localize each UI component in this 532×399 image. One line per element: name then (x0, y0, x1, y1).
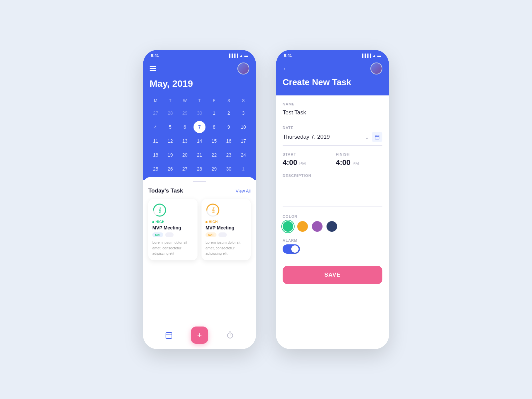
progress-circle: 62% (205, 203, 220, 217)
calendar-day[interactable]: 30 (221, 163, 236, 175)
calendar-day[interactable]: 14 (192, 135, 207, 147)
task-card[interactable]: 62% HIGH MVP Meeting SAT — Lorem ipsum d… (201, 199, 251, 260)
calendar-picker-icon[interactable] (372, 132, 382, 142)
color-label: COLOR (283, 214, 382, 218)
nav-calendar-icon[interactable] (163, 329, 175, 341)
start-time-inner: 4:00 PM (283, 158, 329, 167)
name-label: NAME (283, 102, 382, 106)
calendar-day[interactable]: 4 (148, 121, 163, 133)
phone-bottom: Today's Task View All 82% HIGH MVP Meeti… (143, 177, 256, 349)
color-option-2[interactable] (312, 221, 323, 232)
svg-text:82%: 82% (159, 207, 162, 213)
svg-rect-13 (375, 135, 379, 139)
avatar-2[interactable] (370, 63, 382, 74)
calendar-day[interactable]: 27 (178, 163, 192, 175)
avatar-1[interactable] (237, 63, 249, 74)
menu-button[interactable] (150, 66, 156, 71)
priority-dot (152, 221, 154, 223)
avatar-image-1 (238, 63, 249, 74)
calendar-day[interactable]: 26 (163, 163, 178, 175)
calendar-day[interactable]: 8 (207, 121, 221, 133)
calendar-day[interactable]: 29 (207, 163, 221, 175)
task-tags: SAT — (152, 232, 194, 237)
color-option-0[interactable] (283, 221, 293, 232)
finish-time-value[interactable]: 4:00 (336, 158, 350, 167)
start-time-group: START 4:00 PM (283, 152, 329, 167)
toggle-thumb (291, 245, 299, 253)
wifi-icon-2: ▲ (372, 54, 376, 58)
status-bar-2: 9:41 ▐▐▐▐ ▲ ▬ (276, 50, 389, 60)
calendar-day[interactable]: 23 (221, 149, 236, 161)
header-row (150, 63, 249, 74)
view-all-button[interactable]: View All (236, 189, 251, 194)
calendar-day[interactable]: 2 (221, 107, 236, 119)
calendar-day[interactable]: 13 (178, 135, 192, 147)
tag-dash: — (165, 232, 174, 237)
finish-period: PM (352, 161, 359, 166)
tag-dash: — (218, 232, 227, 237)
time-row: START 4:00 PM FINISH 4:00 PM (283, 152, 382, 167)
finish-time-inner: 4:00 PM (336, 158, 382, 167)
chevron-down-icon[interactable]: ⌄ (365, 134, 369, 140)
calendar-day[interactable]: 7 (194, 121, 205, 133)
signal-icon: ▐▐▐▐ (228, 54, 238, 58)
nav-timer-icon[interactable] (224, 329, 236, 341)
hamburger-line2 (150, 68, 156, 69)
task-description: Lorem ipsum dolor sit amet, consectetur … (152, 240, 194, 256)
start-time-value[interactable]: 4:00 (283, 158, 297, 167)
calendar-day[interactable]: 28 (192, 163, 207, 175)
color-option-3[interactable] (327, 221, 337, 232)
calendar-day[interactable]: 20 (178, 149, 192, 161)
month-title: May, 2019 (150, 78, 249, 89)
color-picker (283, 221, 382, 232)
calendar-day[interactable]: 18 (148, 149, 163, 161)
calendar-day[interactable]: 10 (236, 121, 251, 133)
back-row: ← (283, 63, 382, 74)
date-field-group: DATE Thurseday 7, 2019 ⌄ (283, 126, 382, 146)
bottom-nav: + (148, 323, 251, 349)
calendar-day[interactable]: 15 (207, 135, 221, 147)
nav-fab-button[interactable]: + (191, 327, 208, 344)
calendar-day[interactable]: 27 (148, 107, 163, 119)
alarm-field-group: ALARM (283, 238, 382, 254)
task-description: Lorem ipsum dolor sit amet, consectetur … (205, 240, 247, 256)
priority-dot (205, 221, 207, 223)
calendar-day[interactable]: 21 (192, 149, 207, 161)
calendar-day[interactable]: 24 (236, 149, 251, 161)
calendar-day[interactable]: 16 (221, 135, 236, 147)
calendar-day[interactable]: 29 (178, 107, 192, 119)
status-time-2: 9:41 (284, 53, 292, 58)
alarm-toggle[interactable] (283, 244, 300, 254)
hamburger-line1 (150, 66, 156, 67)
svg-text:62%: 62% (212, 207, 215, 213)
name-input[interactable] (283, 108, 382, 119)
calendar-day[interactable]: 28 (163, 107, 178, 119)
color-field-group: COLOR (283, 214, 382, 232)
calendar-day[interactable]: 9 (221, 121, 236, 133)
calendar-day[interactable]: 22 (207, 149, 221, 161)
hamburger-line3 (150, 70, 156, 71)
calendar-day[interactable]: 17 (236, 135, 251, 147)
finish-time-group: FINISH 4:00 PM (336, 152, 382, 167)
calendar-day[interactable]: 25 (148, 163, 163, 175)
description-input[interactable] (283, 180, 382, 206)
calendar-day[interactable]: 12 (163, 135, 178, 147)
task-card[interactable]: 82% HIGH MVP Meeting SAT — Lorem ipsum d… (148, 199, 198, 260)
wifi-icon: ▲ (239, 54, 243, 58)
calendar-header: May, 2019 (143, 60, 256, 97)
form-card: NAME DATE Thurseday 7, 2019 ⌄ (276, 95, 389, 349)
calendar-day[interactable]: 30 (192, 107, 207, 119)
calendar-day[interactable]: 5 (163, 121, 178, 133)
calendar-day[interactable]: 11 (148, 135, 163, 147)
calendar-day[interactable]: 1 (207, 107, 221, 119)
calendar-day[interactable]: 1 (236, 163, 251, 175)
back-button[interactable]: ← (283, 65, 289, 72)
priority-label: HIGH (209, 220, 218, 224)
task-name: MVP Meeting (205, 225, 247, 230)
color-option-1[interactable] (297, 221, 308, 232)
calendar-day[interactable]: 19 (163, 149, 178, 161)
calendar-day[interactable]: 3 (236, 107, 251, 119)
calendar-day[interactable]: 6 (178, 121, 192, 133)
drag-bar (193, 181, 206, 182)
save-button[interactable]: SAVE (283, 266, 382, 284)
